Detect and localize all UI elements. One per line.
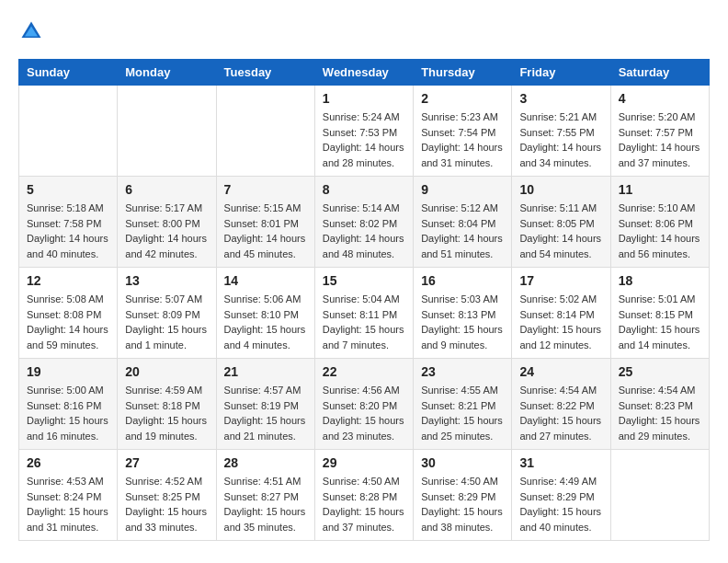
calendar-week-2: 5Sunrise: 5:18 AM Sunset: 7:58 PM Daylig… [19, 177, 710, 268]
day-info: Sunrise: 5:06 AM Sunset: 8:10 PM Dayligh… [224, 292, 307, 352]
day-info: Sunrise: 5:08 AM Sunset: 8:08 PM Dayligh… [27, 292, 109, 352]
calendar-cell: 7Sunrise: 5:15 AM Sunset: 8:01 PM Daylig… [216, 177, 314, 268]
calendar-cell: 4Sunrise: 5:20 AM Sunset: 7:57 PM Daylig… [610, 86, 709, 177]
calendar-cell: 14Sunrise: 5:06 AM Sunset: 8:10 PM Dayli… [216, 268, 314, 359]
weekday-header-monday: Monday [118, 60, 216, 86]
weekday-header-wednesday: Wednesday [314, 60, 413, 86]
calendar-table: SundayMondayTuesdayWednesdayThursdayFrid… [18, 59, 710, 541]
calendar-cell [19, 86, 118, 177]
calendar-week-1: 1Sunrise: 5:24 AM Sunset: 7:53 PM Daylig… [19, 86, 710, 177]
day-number: 20 [125, 364, 208, 379]
day-number: 21 [224, 364, 307, 379]
day-number: 23 [421, 364, 504, 379]
day-number: 15 [323, 273, 405, 288]
page-header [18, 18, 710, 44]
day-number: 16 [421, 273, 504, 288]
day-info: Sunrise: 5:00 AM Sunset: 8:16 PM Dayligh… [27, 383, 109, 443]
day-number: 19 [27, 364, 109, 379]
day-info: Sunrise: 5:21 AM Sunset: 7:55 PM Dayligh… [519, 109, 602, 170]
day-info: Sunrise: 5:15 AM Sunset: 8:01 PM Dayligh… [224, 201, 307, 261]
calendar-cell [610, 450, 709, 541]
day-number: 10 [519, 182, 602, 197]
day-info: Sunrise: 5:02 AM Sunset: 8:14 PM Dayligh… [519, 292, 602, 352]
calendar-cell: 20Sunrise: 4:59 AM Sunset: 8:18 PM Dayli… [118, 359, 216, 450]
calendar-cell [118, 86, 216, 177]
weekday-header-sunday: Sunday [19, 60, 118, 86]
day-number: 8 [323, 182, 405, 197]
calendar-week-5: 26Sunrise: 4:53 AM Sunset: 8:24 PM Dayli… [19, 450, 710, 541]
calendar-cell: 23Sunrise: 4:55 AM Sunset: 8:21 PM Dayli… [414, 359, 512, 450]
day-number: 14 [224, 273, 307, 288]
day-info: Sunrise: 4:54 AM Sunset: 8:22 PM Dayligh… [519, 383, 602, 443]
day-info: Sunrise: 5:20 AM Sunset: 7:57 PM Dayligh… [619, 109, 701, 170]
weekday-header-thursday: Thursday [414, 60, 512, 86]
day-number: 28 [224, 455, 307, 470]
day-info: Sunrise: 5:11 AM Sunset: 8:05 PM Dayligh… [519, 201, 602, 261]
calendar-cell: 12Sunrise: 5:08 AM Sunset: 8:08 PM Dayli… [19, 268, 118, 359]
logo [18, 18, 48, 44]
calendar-cell: 1Sunrise: 5:24 AM Sunset: 7:53 PM Daylig… [314, 86, 413, 177]
calendar-cell: 8Sunrise: 5:14 AM Sunset: 8:02 PM Daylig… [314, 177, 413, 268]
calendar-cell: 9Sunrise: 5:12 AM Sunset: 8:04 PM Daylig… [414, 177, 512, 268]
day-number: 22 [323, 364, 405, 379]
calendar-header-row: SundayMondayTuesdayWednesdayThursdayFrid… [19, 60, 710, 86]
calendar-week-3: 12Sunrise: 5:08 AM Sunset: 8:08 PM Dayli… [19, 268, 710, 359]
day-info: Sunrise: 5:04 AM Sunset: 8:11 PM Dayligh… [323, 292, 405, 352]
calendar-cell: 28Sunrise: 4:51 AM Sunset: 8:27 PM Dayli… [216, 450, 314, 541]
calendar-cell: 19Sunrise: 5:00 AM Sunset: 8:16 PM Dayli… [19, 359, 118, 450]
day-info: Sunrise: 4:52 AM Sunset: 8:25 PM Dayligh… [125, 474, 208, 534]
calendar-cell: 24Sunrise: 4:54 AM Sunset: 8:22 PM Dayli… [512, 359, 610, 450]
day-info: Sunrise: 5:03 AM Sunset: 8:13 PM Dayligh… [421, 292, 504, 352]
day-number: 6 [125, 182, 208, 197]
calendar-cell: 5Sunrise: 5:18 AM Sunset: 7:58 PM Daylig… [19, 177, 118, 268]
day-number: 3 [519, 91, 602, 106]
day-info: Sunrise: 5:01 AM Sunset: 8:15 PM Dayligh… [619, 292, 701, 352]
day-number: 25 [619, 364, 701, 379]
day-info: Sunrise: 4:54 AM Sunset: 8:23 PM Dayligh… [619, 383, 701, 443]
day-info: Sunrise: 4:49 AM Sunset: 8:29 PM Dayligh… [519, 474, 602, 534]
day-info: Sunrise: 4:50 AM Sunset: 8:29 PM Dayligh… [421, 474, 504, 534]
day-info: Sunrise: 4:55 AM Sunset: 8:21 PM Dayligh… [421, 383, 504, 443]
weekday-header-tuesday: Tuesday [216, 60, 314, 86]
day-info: Sunrise: 4:56 AM Sunset: 8:20 PM Dayligh… [323, 383, 405, 443]
calendar-cell: 17Sunrise: 5:02 AM Sunset: 8:14 PM Dayli… [512, 268, 610, 359]
day-number: 11 [619, 182, 701, 197]
weekday-header-friday: Friday [512, 60, 610, 86]
calendar-cell: 29Sunrise: 4:50 AM Sunset: 8:28 PM Dayli… [314, 450, 413, 541]
day-number: 9 [421, 182, 504, 197]
calendar-cell: 26Sunrise: 4:53 AM Sunset: 8:24 PM Dayli… [19, 450, 118, 541]
day-number: 24 [519, 364, 602, 379]
calendar-cell: 13Sunrise: 5:07 AM Sunset: 8:09 PM Dayli… [118, 268, 216, 359]
calendar-cell: 30Sunrise: 4:50 AM Sunset: 8:29 PM Dayli… [414, 450, 512, 541]
day-info: Sunrise: 4:53 AM Sunset: 8:24 PM Dayligh… [27, 474, 109, 534]
calendar-cell: 25Sunrise: 4:54 AM Sunset: 8:23 PM Dayli… [610, 359, 709, 450]
calendar-cell: 11Sunrise: 5:10 AM Sunset: 8:06 PM Dayli… [610, 177, 709, 268]
day-info: Sunrise: 5:14 AM Sunset: 8:02 PM Dayligh… [323, 201, 405, 261]
calendar-cell: 15Sunrise: 5:04 AM Sunset: 8:11 PM Dayli… [314, 268, 413, 359]
calendar-cell: 27Sunrise: 4:52 AM Sunset: 8:25 PM Dayli… [118, 450, 216, 541]
calendar-cell: 10Sunrise: 5:11 AM Sunset: 8:05 PM Dayli… [512, 177, 610, 268]
day-number: 18 [619, 273, 701, 288]
day-number: 1 [323, 91, 405, 106]
day-number: 17 [519, 273, 602, 288]
calendar-week-4: 19Sunrise: 5:00 AM Sunset: 8:16 PM Dayli… [19, 359, 710, 450]
calendar-cell: 3Sunrise: 5:21 AM Sunset: 7:55 PM Daylig… [512, 86, 610, 177]
day-number: 2 [421, 91, 504, 106]
calendar-cell: 21Sunrise: 4:57 AM Sunset: 8:19 PM Dayli… [216, 359, 314, 450]
calendar-cell [216, 86, 314, 177]
day-info: Sunrise: 5:12 AM Sunset: 8:04 PM Dayligh… [421, 201, 504, 261]
day-number: 13 [125, 273, 208, 288]
day-info: Sunrise: 4:50 AM Sunset: 8:28 PM Dayligh… [323, 474, 405, 534]
logo-icon [18, 18, 44, 44]
day-info: Sunrise: 5:23 AM Sunset: 7:54 PM Dayligh… [421, 109, 504, 170]
day-info: Sunrise: 4:51 AM Sunset: 8:27 PM Dayligh… [224, 474, 307, 534]
day-info: Sunrise: 4:59 AM Sunset: 8:18 PM Dayligh… [125, 383, 208, 443]
calendar-cell: 31Sunrise: 4:49 AM Sunset: 8:29 PM Dayli… [512, 450, 610, 541]
day-info: Sunrise: 5:10 AM Sunset: 8:06 PM Dayligh… [619, 201, 701, 261]
calendar-cell: 6Sunrise: 5:17 AM Sunset: 8:00 PM Daylig… [118, 177, 216, 268]
calendar-cell: 2Sunrise: 5:23 AM Sunset: 7:54 PM Daylig… [414, 86, 512, 177]
day-number: 31 [519, 455, 602, 470]
day-info: Sunrise: 5:18 AM Sunset: 7:58 PM Dayligh… [27, 201, 109, 261]
calendar-cell: 22Sunrise: 4:56 AM Sunset: 8:20 PM Dayli… [314, 359, 413, 450]
calendar-cell: 18Sunrise: 5:01 AM Sunset: 8:15 PM Dayli… [610, 268, 709, 359]
